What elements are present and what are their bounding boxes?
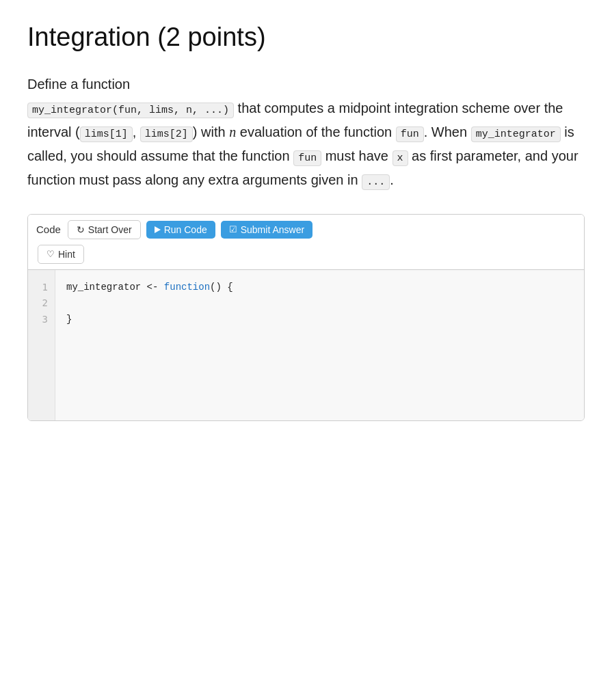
desc-text-7: must have — [321, 148, 392, 163]
fun-code-1: fun — [396, 126, 424, 142]
code-line-1: my_integrator <- function() { — [66, 280, 573, 296]
line-number-2: 2 — [35, 295, 48, 312]
play-icon — [155, 226, 161, 233]
lims1-code: lims[1] — [80, 126, 133, 142]
line-number-3: 3 — [35, 312, 48, 328]
function-signature-code: my_integrator(fun, lims, n, ...) — [27, 103, 234, 118]
check-icon: ☑ — [229, 224, 237, 234]
code-line-2 — [66, 295, 573, 312]
hint-icon: ♡ — [46, 249, 55, 259]
code-content[interactable]: my_integrator <- function() { } — [55, 270, 584, 420]
ellipsis-code: ... — [362, 174, 390, 190]
n-italic: n — [229, 124, 236, 139]
code-line-3: } — [66, 312, 573, 328]
start-over-label: Start Over — [88, 224, 132, 235]
my-integrator-code: my_integrator — [471, 126, 561, 142]
define-function-label: Define a function — [27, 77, 130, 92]
refresh-icon: ↻ — [77, 224, 85, 235]
lims2-code: lims[2] — [140, 126, 193, 142]
hint-label: Hint — [58, 249, 75, 260]
start-over-button[interactable]: ↻ Start Over — [68, 220, 141, 239]
run-code-button[interactable]: Run Code — [146, 221, 215, 239]
line-number-1: 1 — [35, 280, 48, 296]
submit-answer-button[interactable]: ☑ Submit Answer — [221, 221, 312, 239]
toolbar-row1: Code ↻ Start Over Run Code ☑ Submit Answ… — [35, 220, 577, 239]
desc-text-3: ) with — [193, 124, 229, 139]
code-editor[interactable]: 1 2 3 my_integrator <- function() { } — [28, 270, 584, 420]
desc-text-4: evaluation of the function — [236, 124, 396, 139]
desc-text-5: . When — [424, 124, 471, 139]
code-toolbar: Code ↻ Start Over Run Code ☑ Submit Answ… — [28, 215, 584, 270]
function-keyword: function — [164, 282, 210, 293]
desc-text-2: , — [133, 124, 140, 139]
submit-label: Submit Answer — [241, 224, 304, 235]
fun-code-2: fun — [293, 150, 321, 166]
desc-text-9: . — [390, 172, 394, 187]
code-tab-label: Code — [35, 221, 62, 238]
hint-button[interactable]: ♡ Hint — [38, 245, 84, 264]
toolbar-row2: ♡ Hint — [35, 245, 84, 264]
run-code-label: Run Code — [164, 224, 207, 235]
code-panel: Code ↻ Start Over Run Code ☑ Submit Answ… — [27, 214, 585, 421]
x-code: x — [393, 150, 408, 166]
line-numbers: 1 2 3 — [28, 270, 55, 420]
description-block: Define a function my_integrator(fun, lim… — [27, 72, 585, 192]
page-title: Integration (2 points) — [27, 22, 585, 53]
